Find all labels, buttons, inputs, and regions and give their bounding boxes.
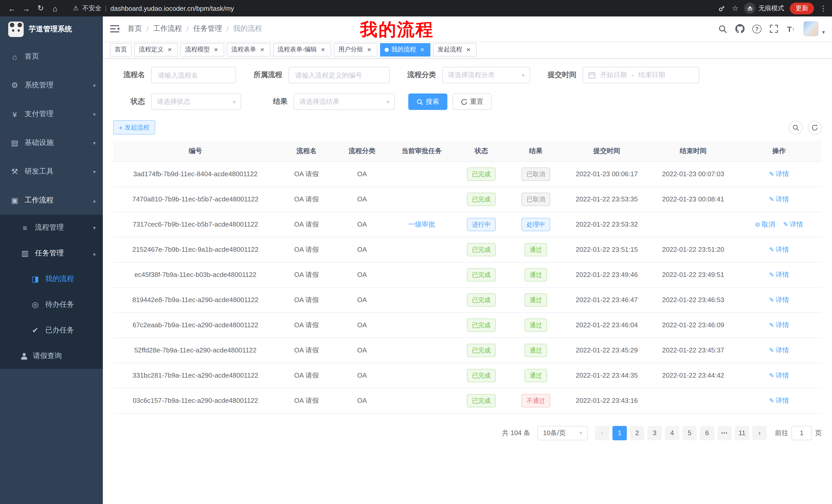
search-icon[interactable] bbox=[718, 24, 728, 34]
status-select[interactable]: 请选择状态 ▾ bbox=[151, 93, 241, 110]
sidebar-item-leave-query[interactable]: 请假查询 bbox=[0, 343, 103, 369]
password-key-icon[interactable] bbox=[717, 3, 726, 13]
cell-category: OA bbox=[335, 161, 389, 187]
browser-update-button[interactable]: 更新 bbox=[790, 2, 814, 14]
close-icon[interactable]: × bbox=[419, 46, 426, 53]
detail-link[interactable]: ✎详情 bbox=[769, 194, 789, 204]
detail-link[interactable]: ✎详情 bbox=[769, 320, 789, 330]
chevron-down-icon: ▾ bbox=[93, 140, 96, 146]
fullscreen-icon[interactable] bbox=[769, 24, 779, 34]
sidebar-item-my-process[interactable]: ◨ 我的流程 bbox=[0, 266, 103, 292]
reset-button[interactable]: 重置 bbox=[452, 93, 492, 110]
start-process-button[interactable]: + 发起流程 bbox=[113, 120, 155, 135]
close-icon[interactable]: × bbox=[259, 46, 266, 53]
pagination-prev[interactable]: ‹ bbox=[595, 426, 609, 440]
pagination-more[interactable]: ••• bbox=[717, 426, 732, 440]
pagination-next[interactable]: › bbox=[752, 426, 767, 440]
detail-link[interactable]: ✎详情 bbox=[769, 345, 789, 355]
result-select[interactable]: 请选择流结果 ▾ bbox=[294, 93, 395, 110]
close-icon[interactable]: × bbox=[366, 46, 373, 53]
tab-process-definition[interactable]: 流程定义 × bbox=[134, 43, 178, 56]
tab-my-process[interactable]: 我的流程 × bbox=[380, 43, 431, 56]
cell-category: OA bbox=[335, 287, 389, 312]
detail-link[interactable]: ✎详情 bbox=[769, 270, 789, 279]
sidebar-item-process-mgmt[interactable]: ≡ 流程管理 ▾ bbox=[0, 215, 103, 241]
security-warning-label[interactable]: 不安全 bbox=[82, 4, 102, 12]
current-task-link[interactable]: 一级审批 bbox=[408, 220, 435, 228]
detail-link[interactable]: ✎详情 bbox=[769, 396, 789, 405]
browser-home-icon[interactable]: ⌂ bbox=[48, 2, 62, 15]
address-bar[interactable]: ⚠ 不安全 | dashboard.yudao.iocoder.cn/bpm/t… bbox=[67, 2, 712, 15]
page-size-select[interactable]: 10条/页 ▾ bbox=[537, 426, 588, 440]
toolbar-refresh-button[interactable] bbox=[808, 120, 822, 134]
close-icon[interactable]: × bbox=[212, 46, 219, 53]
cell-category: OA bbox=[335, 187, 389, 212]
sidebar-item-task-mgmt[interactable]: ▥ 任务管理 ▴ bbox=[0, 241, 103, 266]
pagination-page-1[interactable]: 1 bbox=[613, 426, 627, 440]
cell-id: 2152467e-7b9b-11ec-9a1b-acde48001122 bbox=[113, 237, 278, 262]
url-text[interactable]: dashboard.yudao.iocoder.cn/bpm/task/my bbox=[110, 4, 234, 12]
process-name-input[interactable] bbox=[151, 67, 236, 83]
breadcrumb-home[interactable]: 首页 bbox=[128, 24, 142, 33]
toolbar-search-button[interactable] bbox=[789, 120, 803, 134]
category-select[interactable]: 请选择流程分类 ▾ bbox=[442, 67, 530, 83]
breadcrumb-workflow[interactable]: 工作流程 bbox=[153, 24, 182, 33]
detail-link[interactable]: ✎详情 bbox=[769, 371, 789, 380]
tab-home[interactable]: 首页 bbox=[110, 43, 132, 56]
tab-process-form[interactable]: 流程表单 × bbox=[227, 43, 270, 56]
font-size-icon[interactable]: T↕ bbox=[786, 24, 796, 34]
edit-icon: ✎ bbox=[769, 346, 774, 354]
cell-submit-time: 2022-01-22 23:44:35 bbox=[564, 363, 650, 388]
sidebar-item-infrastructure[interactable]: ▤ 基础设施 ▾ bbox=[0, 129, 103, 157]
browser-back-icon[interactable]: ← bbox=[5, 2, 19, 15]
pagination-page-4[interactable]: 4 bbox=[665, 426, 679, 440]
sidebar-item-system[interactable]: ⚙ 系统管理 ▾ bbox=[0, 71, 103, 100]
breadcrumb-task-mgmt[interactable]: 任务管理 bbox=[193, 24, 222, 33]
browser-menu-icon[interactable]: ⋮ bbox=[820, 4, 827, 12]
help-icon[interactable]: ? bbox=[752, 24, 761, 33]
detail-link[interactable]: ✎详情 bbox=[769, 295, 789, 304]
process-definition-input[interactable] bbox=[288, 67, 390, 83]
tab-process-model[interactable]: 流程模型 × bbox=[181, 43, 224, 56]
avatar[interactable] bbox=[803, 21, 818, 36]
close-icon[interactable]: × bbox=[319, 46, 327, 53]
pagination-page-6[interactable]: 6 bbox=[700, 426, 714, 440]
date-range-picker[interactable]: 开始日期 - 结束日期 bbox=[582, 67, 699, 83]
detail-link[interactable]: ✎详情 bbox=[783, 220, 803, 229]
detail-link[interactable]: ✎详情 bbox=[769, 245, 789, 254]
close-icon[interactable]: × bbox=[166, 46, 173, 53]
col-header-result: 结果 bbox=[508, 141, 564, 161]
browser-forward-icon[interactable]: → bbox=[20, 2, 33, 15]
breadcrumb-current: 我的流程 bbox=[233, 24, 262, 33]
detail-link[interactable]: ✎详情 bbox=[769, 169, 789, 178]
pagination-page-3[interactable]: 3 bbox=[647, 426, 662, 440]
pagination-page-11[interactable]: 11 bbox=[735, 426, 749, 440]
incognito-badge[interactable]: 无痕模式 bbox=[744, 3, 784, 14]
bookmark-star-icon[interactable]: ☆ bbox=[732, 4, 738, 12]
cancel-link[interactable]: ⊘取消 bbox=[755, 220, 775, 229]
goto-page-input[interactable] bbox=[791, 426, 812, 440]
sidebar-item-devtools[interactable]: ⚒ 研发工具 ▾ bbox=[0, 157, 103, 186]
detail-label: 详情 bbox=[776, 270, 789, 279]
sidebar-item-todo-tasks[interactable]: ◎ 待办任务 bbox=[0, 292, 103, 317]
cell-end-time bbox=[650, 388, 736, 413]
pagination-page-2[interactable]: 2 bbox=[630, 426, 644, 440]
caret-down-icon[interactable]: ▾ bbox=[822, 29, 825, 36]
tab-process-form-edit[interactable]: 流程表单-编辑 × bbox=[273, 43, 331, 56]
close-icon[interactable]: × bbox=[465, 46, 472, 53]
sidebar-item-workflow[interactable]: ▣ 工作流程 ▴ bbox=[0, 186, 103, 215]
filter-category: 流程分类 请选择流程分类 ▾ bbox=[403, 67, 530, 83]
sidebar-item-home[interactable]: ⌂ 首页 bbox=[0, 42, 103, 71]
tab-start-process[interactable]: 发起流程 × bbox=[433, 43, 477, 56]
search-button[interactable]: 搜索 bbox=[408, 93, 447, 110]
hamburger-icon[interactable] bbox=[110, 24, 120, 34]
table-row: 2152467e-7b9b-11ec-9a1b-acde48001122 OA … bbox=[113, 237, 822, 262]
sidebar-item-payment[interactable]: ¥ 支付管理 ▾ bbox=[0, 100, 103, 129]
pagination-page-5[interactable]: 5 bbox=[682, 426, 697, 440]
browser-reload-icon[interactable]: ↻ bbox=[34, 2, 47, 15]
result-tag: 通过 bbox=[524, 318, 547, 332]
github-icon[interactable] bbox=[735, 24, 745, 34]
tab-user-group[interactable]: 用户分组 × bbox=[334, 43, 378, 56]
sidebar-item-done-tasks[interactable]: ✔ 已办任务 bbox=[0, 317, 103, 343]
table-row: 52ffd28e-7b9a-11ec-a290-acde48001122 OA … bbox=[113, 338, 822, 363]
